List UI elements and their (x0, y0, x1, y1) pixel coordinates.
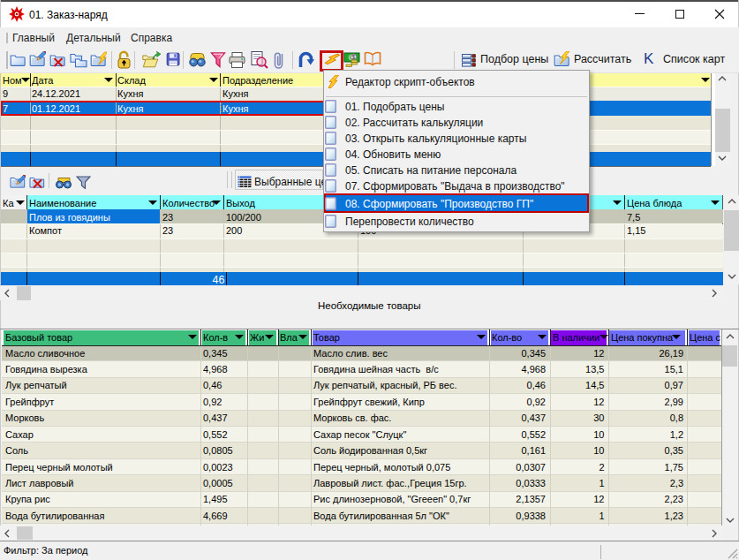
svg-text:$: $ (352, 54, 356, 60)
